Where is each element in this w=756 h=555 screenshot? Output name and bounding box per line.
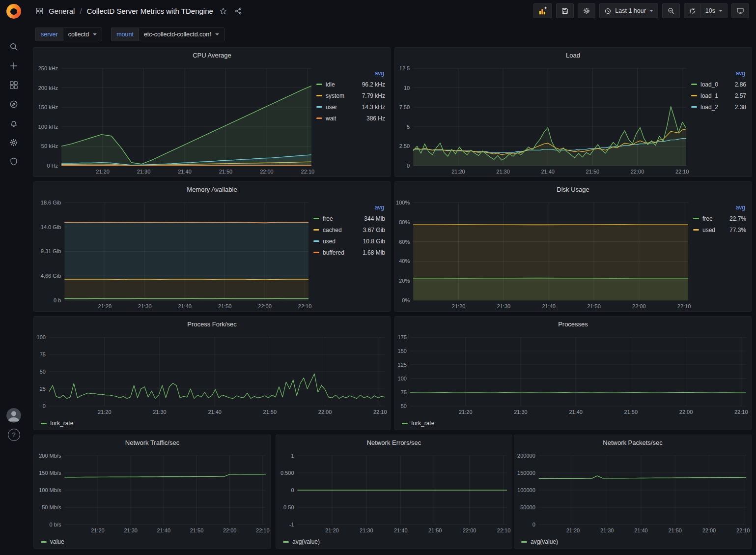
legend-item: wait386 Hz [316,113,385,124]
legend-series-name[interactable]: user [326,104,337,111]
legend-series-name[interactable]: load_0 [700,81,718,88]
panel-title[interactable]: Network Errors/sec [276,435,512,451]
legend-avg-header: avg [313,203,385,213]
svg-text:21:30: 21:30 [137,169,151,175]
cycle-view-button[interactable] [731,3,749,18]
panel-title[interactable]: Network Traffic/sec [34,435,271,451]
compass-icon [9,99,19,109]
legend-series-name[interactable]: free [702,215,713,222]
time-series-chart[interactable]: 21:2021:3021:4021:5022:0022:100500001000… [514,451,751,535]
legend-series-name[interactable]: fork_rate [50,420,73,427]
zoom-out-icon [667,7,675,15]
panel-title[interactable]: Process Fork/sec [34,317,390,332]
legend-item: load_02.86 [691,79,746,90]
svg-text:22:10: 22:10 [373,409,387,415]
series-color-dash-icon [316,117,322,119]
variable-mount-label: mount [111,28,139,41]
legend-series-name[interactable]: used [702,227,715,234]
legend-series-name[interactable]: value [50,538,64,545]
legend-item: free22.7% [693,213,746,224]
time-series-chart[interactable]: 21:2021:3021:4021:5022:0022:100 b4.66 Gi… [34,198,313,311]
chart-svg: 21:2021:3021:4021:5022:0022:100 Hz50 kHz… [34,63,316,176]
svg-text:22:00: 22:00 [258,303,272,309]
panel-title[interactable]: Processes [395,317,751,332]
panel-legend: fork_rate [34,417,390,430]
refresh-interval-label: 10s [705,7,715,14]
legend-series-name[interactable]: load_2 [700,104,718,111]
time-series-chart[interactable]: 21:2021:3021:4021:5022:0022:100 b/s50 Mb… [34,451,271,535]
sidebar-explore-button[interactable] [9,99,19,109]
panel-legend: avgfree344 Mibcached3.67 Gibused10.8 Gib… [313,198,390,311]
svg-text:21:20: 21:20 [91,527,105,533]
time-series-chart[interactable]: 21:2021:3021:4021:5022:0022:10-1-0.5000.… [276,451,512,535]
sidebar-create-button[interactable] [9,61,19,71]
variable-server-dropdown[interactable]: collectd [63,28,102,41]
time-range-picker[interactable]: Last 1 hour [599,3,658,18]
time-series-chart[interactable]: 21:2021:3021:4021:5022:0022:1002.5057.50… [395,63,691,176]
variable-mount-dropdown[interactable]: etc-collectd-collectd.conf [139,28,224,41]
series-color-dash-icon [521,541,527,543]
star-dashboard-button[interactable] [218,6,228,16]
time-series-chart[interactable]: 21:2021:3021:4021:5022:0022:100 Hz50 kHz… [34,63,316,176]
legend-series-name[interactable]: avg(value) [531,538,558,545]
legend-series-name[interactable]: load_1 [700,92,718,99]
svg-text:22:10: 22:10 [675,169,689,175]
chevron-down-icon [649,10,653,12]
sidebar-admin-button[interactable] [9,157,19,167]
refresh-icon [689,7,696,15]
svg-text:100: 100 [398,376,407,381]
legend-series-name[interactable]: wait [326,115,336,122]
legend-series-name[interactable]: idle [326,81,335,88]
sidebar-alerting-button[interactable] [9,118,19,128]
time-series-chart[interactable]: 21:2021:3021:4021:5022:0022:100%20%40%60… [395,198,693,311]
grafana-logo[interactable] [6,4,21,19]
legend-series-name[interactable]: avg(value) [292,538,320,545]
sidebar-configuration-button[interactable] [9,138,19,147]
variable-server: server collectd [35,28,102,41]
legend-series-name[interactable]: system [326,92,344,99]
svg-text:21:40: 21:40 [178,169,192,175]
legend-series-name[interactable]: cached [323,227,342,234]
sidebar-dashboards-button[interactable] [9,80,19,90]
svg-text:7.50: 7.50 [399,104,410,110]
share-dashboard-button[interactable] [233,6,244,16]
user-avatar[interactable] [6,408,21,423]
svg-text:22:10: 22:10 [256,527,270,533]
panel-title[interactable]: Load [395,48,751,63]
time-series-chart[interactable]: 21:2021:3021:4021:5022:0022:105075100125… [395,332,751,417]
panel-title[interactable]: CPU Average [34,48,390,63]
legend-series-name[interactable]: fork_rate [411,420,434,427]
dashboard-settings-button[interactable] [578,3,595,18]
svg-text:21:50: 21:50 [668,527,682,533]
save-dashboard-button[interactable] [556,3,574,18]
share-icon [234,7,243,15]
time-series-chart[interactable]: 21:2021:3021:4021:5022:0022:100255075100 [34,332,390,417]
panel-processes: Processes21:2021:3021:4021:5022:0022:105… [394,316,752,430]
help-button[interactable]: ? [8,429,20,441]
zoom-out-button[interactable] [662,3,680,18]
legend-series-name[interactable]: used [323,238,336,245]
panel-network-traffic-sec: Network Traffic/sec21:2021:3021:4021:502… [33,435,271,549]
panel-title[interactable]: Network Packets/sec [514,435,751,451]
refresh-interval-dropdown[interactable]: 10s [701,3,728,18]
refresh-button[interactable] [684,3,701,18]
legend-series-name[interactable]: free [323,215,333,222]
svg-text:21:50: 21:50 [624,409,638,415]
svg-text:75: 75 [40,351,46,357]
legend-series-value: 22.7% [724,215,746,222]
svg-text:20%: 20% [399,278,410,284]
panel-title[interactable]: Memory Available [34,182,390,198]
breadcrumb: General / CollectD Server Metrics with T… [35,6,244,16]
chart-svg: 21:2021:3021:4021:5022:0022:100255075100 [34,332,390,417]
breadcrumb-section[interactable]: General [49,7,75,15]
shield-icon [9,157,19,167]
add-panel-button[interactable] [533,3,552,18]
panel-title[interactable]: Disk Usage [395,182,751,198]
svg-text:-1: -1 [289,522,294,527]
dashboard-grid: CPU Average21:2021:3021:4021:5022:0022:1… [28,47,756,555]
legend-item: load_22.38 [691,101,746,113]
save-icon [561,7,569,15]
gear-icon [583,7,590,15]
sidebar-search-button[interactable] [9,42,19,52]
legend-series-name[interactable]: buffered [323,249,344,256]
